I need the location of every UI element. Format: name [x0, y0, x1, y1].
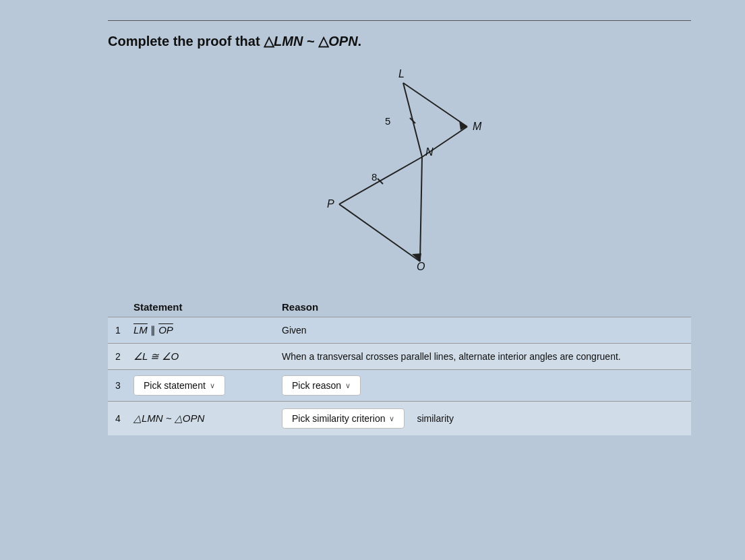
col-reason-header: Reason	[276, 299, 691, 317]
diagram-area: L M N O P 5 8	[108, 63, 691, 278]
label-M: M	[473, 121, 482, 132]
row-3-reason-cell: Pick reason ∨	[276, 370, 691, 402]
geometry-diagram: L M N O P 5 8	[272, 63, 528, 272]
svg-line-3	[339, 157, 422, 204]
pick-reason-chevron-icon: ∨	[345, 381, 351, 390]
pick-similarity-criterion-dropdown[interactable]: Pick similarity criterion ∨	[282, 408, 405, 429]
label-O: O	[417, 261, 425, 272]
problem-title: Complete the proof that △LMN ~ △OPN.	[108, 33, 691, 49]
pick-statement-dropdown[interactable]: Pick statement ∨	[133, 375, 225, 396]
similarity-suffix: similarity	[417, 413, 453, 424]
col-statement-header: Statement	[128, 299, 276, 317]
table-row: 2 ∠L ≅ ∠O When a transversal crosses par…	[108, 344, 691, 370]
table-row: 3 Pick statement ∨ Pick reason ∨	[108, 370, 691, 402]
row-3-num: 3	[108, 370, 128, 402]
row-2-num: 2	[108, 344, 128, 370]
row-3-statement-cell: Pick statement ∨	[128, 370, 276, 402]
pick-similarity-criterion-label: Pick similarity criterion	[292, 413, 385, 424]
row-1-reason: Given	[276, 317, 691, 344]
table-row: 1 LM ∥ OP Given	[108, 317, 691, 344]
top-rule	[108, 20, 691, 21]
table-header: Statement Reason	[108, 299, 691, 317]
row-1-statement: LM ∥ OP	[128, 317, 276, 344]
row-4-num: 4	[108, 402, 128, 436]
row-2-reason: When a transversal crosses parallel line…	[276, 344, 691, 370]
label-5: 5	[385, 115, 390, 127]
row-4-statement: △LMN ~ △OPN	[128, 402, 276, 436]
proof-table: Statement Reason 1 LM ∥ OP Given 2 ∠L ≅ …	[108, 299, 691, 435]
row-1-num: 1	[108, 317, 128, 344]
pick-statement-chevron-icon: ∨	[210, 381, 215, 390]
row-4-reason-inner: Pick similarity criterion ∨ similarity	[282, 408, 686, 429]
pick-reason-dropdown[interactable]: Pick reason ∨	[282, 375, 361, 396]
pick-reason-label: Pick reason	[292, 380, 341, 391]
table-row: 4 △LMN ~ △OPN Pick similarity criterion …	[108, 402, 691, 436]
label-L: L	[398, 68, 405, 80]
row-4-reason-cell: Pick similarity criterion ∨ similarity	[276, 402, 691, 436]
label-P: P	[327, 198, 334, 210]
pick-statement-label: Pick statement	[144, 380, 206, 391]
row-2-statement: ∠L ≅ ∠O	[128, 344, 276, 370]
label-N: N	[425, 146, 434, 158]
main-container: Complete the proof that △LMN ~ △OPN.	[0, 0, 745, 560]
svg-line-5	[420, 157, 422, 261]
svg-line-4	[339, 204, 420, 261]
pick-similarity-chevron-icon: ∨	[389, 414, 394, 423]
label-8: 8	[371, 171, 377, 183]
